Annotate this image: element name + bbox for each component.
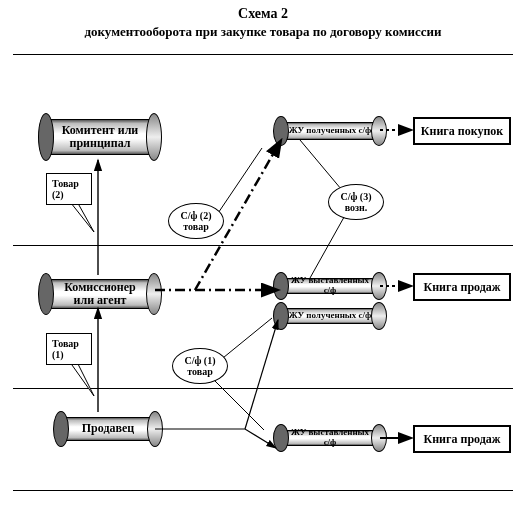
journal-issued-mid: ЖУ выставленных с/ф	[280, 272, 380, 300]
callout-goods2: Товар (2)	[46, 173, 92, 205]
book-sales-mid: Книга продаж	[413, 273, 511, 301]
rule-mid1	[13, 245, 513, 246]
book-sales-mid-label: Книга продаж	[424, 280, 501, 295]
bubble-sf2-label: С/ф (2) товар	[173, 210, 219, 232]
entity-principal: Комитент или принципал	[45, 113, 155, 161]
book-sales-bot: Книга продаж	[413, 425, 511, 453]
rule-mid2	[13, 388, 513, 389]
journal-issued-bot: ЖУ выставленных с/ф	[280, 424, 380, 452]
bubble-sf1: С/ф (1) товар	[172, 348, 228, 384]
svg-line-3	[245, 320, 278, 429]
diagram-stage: Схема 2 документооборота при закупке тов…	[0, 0, 526, 505]
svg-line-11	[212, 378, 264, 430]
diagram-title-line2: документооборота при закупке товара по д…	[0, 24, 526, 40]
book-sales-bot-label: Книга продаж	[424, 432, 501, 447]
bubble-sf1-label: С/ф (1) товар	[177, 355, 223, 377]
book-purchases-label: Книга покупок	[421, 124, 503, 139]
callout-goods2-label: Товар (2)	[52, 178, 79, 200]
svg-line-12	[218, 318, 272, 362]
callout-goods1-label: Товар (1)	[52, 338, 79, 360]
bubble-sf2: С/ф (2) товар	[168, 203, 224, 239]
callout-goods1: Товар (1)	[46, 333, 92, 365]
journal-received-top: ЖУ полученных с/ф	[280, 116, 380, 146]
journal-received-mid: ЖУ полученных с/ф	[280, 302, 380, 330]
bubble-sf3-label: С/ф (3) возн.	[333, 191, 379, 213]
rule-bottom	[13, 490, 513, 491]
bubble-sf3: С/ф (3) возн.	[328, 184, 384, 220]
rule-top	[13, 54, 513, 55]
book-purchases: Книга покупок	[413, 117, 511, 145]
entity-seller: Продавец	[60, 411, 156, 447]
diagram-title-line1: Схема 2	[0, 6, 526, 22]
entity-agent: Комиссионер или агент	[45, 273, 155, 315]
svg-line-9	[310, 210, 348, 278]
